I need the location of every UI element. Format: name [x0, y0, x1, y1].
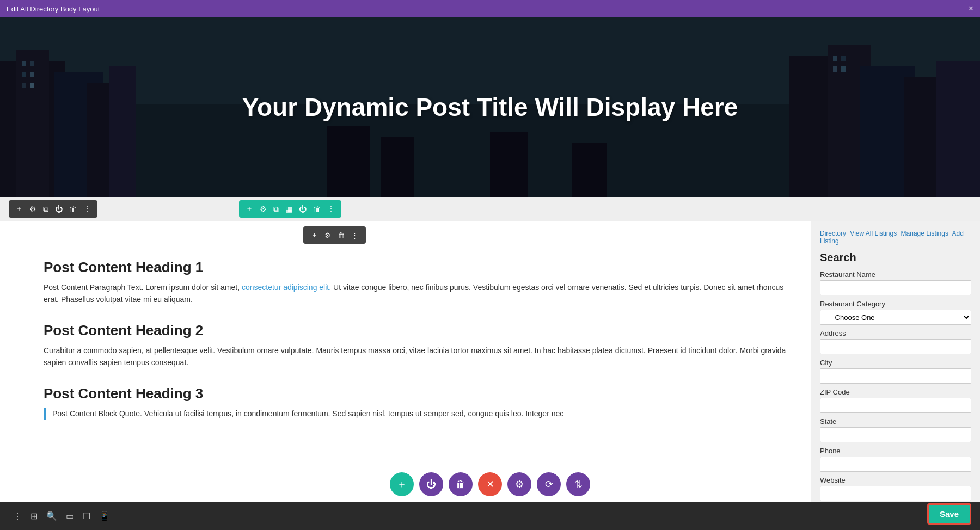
phone-label: Phone — [820, 447, 971, 455]
mini-trash-icon[interactable]: 🗑 — [335, 230, 347, 241]
bottom-search-icon[interactable]: 🔍 — [42, 508, 62, 510]
restaurant-name-input[interactable] — [820, 280, 971, 295]
zip-input[interactable] — [820, 398, 971, 413]
sidebar: Directory View All Listings Manage Listi… — [811, 221, 980, 510]
more-icon-2[interactable]: ⋮ — [325, 204, 337, 214]
address-input[interactable] — [820, 339, 971, 354]
link-1[interactable]: consectetur adipiscing elit. — [242, 283, 331, 292]
plus-icon-2[interactable]: ＋ — [243, 203, 255, 215]
paragraph-2: Curabitur a commodo sapien, at pellentes… — [44, 344, 789, 369]
fab-add[interactable]: ＋ — [390, 472, 414, 496]
copy-icon[interactable]: ⧉ — [41, 204, 51, 215]
section-toolbar-dark: ＋ ⚙ ⧉ ⏻ 🗑 ⋮ — [9, 200, 97, 218]
trash-icon[interactable]: 🗑 — [67, 204, 79, 214]
section-toolbar-green: ＋ ⚙ ⧉ ▦ ⏻ 🗑 ⋮ — [239, 200, 341, 218]
mini-more-icon[interactable]: ⋮ — [349, 230, 360, 241]
hero-section: Your Dynamic Post Title Will Display Her… — [0, 17, 980, 197]
bottom-desktop-icon[interactable]: ▭ — [62, 508, 78, 510]
paragraph-3: Post Content Block Quote. Vehicula ut fa… — [52, 408, 789, 420]
trash-icon-2[interactable]: 🗑 — [311, 204, 323, 214]
gear-icon-2[interactable]: ⚙ — [258, 204, 269, 214]
nav-directory[interactable]: Directory — [820, 230, 846, 237]
power-icon[interactable]: ⏻ — [53, 204, 65, 214]
blockquote: Post Content Block Quote. Vehicula ut fa… — [44, 408, 789, 420]
title-bar: Edit All Directory Body Layout × — [0, 0, 980, 17]
website-label: Website — [820, 476, 971, 484]
mini-toolbar: ＋ ⚙ 🗑 ⋮ — [303, 226, 366, 244]
toolbar-row-1: ＋ ⚙ ⧉ ⏻ 🗑 ⋮ ＋ ⚙ ⧉ ▦ ⏻ 🗑 ⋮ — [0, 197, 980, 221]
plus-icon[interactable]: ＋ — [13, 203, 25, 215]
city-label: City — [820, 359, 971, 367]
bottom-mobile-icon[interactable]: 📱 — [95, 508, 114, 510]
paragraph-1: Post Content Paragraph Text. Lorem ipsum… — [44, 281, 789, 306]
nav-manage[interactable]: Manage Listings — [901, 230, 948, 237]
bottom-more-icon[interactable]: ⋮ — [9, 508, 26, 510]
phone-input[interactable] — [820, 457, 971, 472]
state-input[interactable] — [820, 427, 971, 442]
mini-plus-icon[interactable]: ＋ — [309, 229, 320, 241]
copy-icon-2[interactable]: ⧉ — [271, 204, 281, 215]
category-label: Restaurant Category — [820, 300, 971, 308]
fab-power[interactable]: ⏻ — [419, 472, 443, 496]
main-content: ＋ ⚙ 🗑 ⋮ Post Content Heading 1 Post Cont… — [0, 221, 980, 510]
restaurant-name-label: Restaurant Name — [820, 270, 971, 279]
save-button[interactable]: Save — [927, 503, 971, 510]
heading-2: Post Content Heading 2 — [44, 322, 789, 339]
bottom-tablet-icon[interactable]: ☐ — [78, 508, 95, 510]
nav-view-all[interactable]: View All Listings — [850, 230, 897, 237]
search-title: Search — [820, 251, 971, 264]
gear-icon[interactable]: ⚙ — [27, 204, 39, 214]
sidebar-nav: Directory View All Listings Manage Listi… — [820, 230, 971, 245]
fab-delete[interactable]: 🗑 — [449, 472, 473, 496]
heading-1: Post Content Heading 1 — [44, 259, 789, 276]
power-icon-2[interactable]: ⏻ — [297, 204, 309, 214]
state-label: State — [820, 417, 971, 426]
fab-refresh[interactable]: ⟳ — [537, 472, 561, 496]
left-pane: ＋ ⚙ 🗑 ⋮ Post Content Heading 1 Post Cont… — [0, 221, 811, 510]
fab-settings[interactable]: ⚙ — [507, 472, 531, 496]
mini-gear-icon[interactable]: ⚙ — [322, 230, 333, 241]
category-select[interactable]: — Choose One — — [820, 310, 971, 325]
grid-icon[interactable]: ▦ — [283, 204, 295, 214]
search-form: Restaurant Name Restaurant Category — Ch… — [820, 270, 971, 501]
floating-actions: ＋ ⏻ 🗑 ✕ ⚙ ⟳ ⇅ — [390, 472, 590, 496]
city-input[interactable] — [820, 368, 971, 384]
bottom-grid-icon[interactable]: ⊞ — [26, 508, 42, 510]
bottom-toolbar: ⋮ ⊞ 🔍 ▭ ☐ 📱 — [0, 502, 980, 510]
heading-3: Post Content Heading 3 — [44, 385, 789, 402]
close-button[interactable]: × — [969, 4, 973, 14]
title-bar-label: Edit All Directory Body Layout — [7, 5, 100, 13]
fab-reorder[interactable]: ⇅ — [566, 472, 590, 496]
hero-title: Your Dynamic Post Title Will Display Her… — [242, 93, 738, 122]
more-icon[interactable]: ⋮ — [81, 204, 93, 214]
address-label: Address — [820, 329, 971, 337]
website-input[interactable] — [820, 486, 971, 501]
zip-label: ZIP Code — [820, 388, 971, 396]
fab-close[interactable]: ✕ — [478, 472, 502, 496]
